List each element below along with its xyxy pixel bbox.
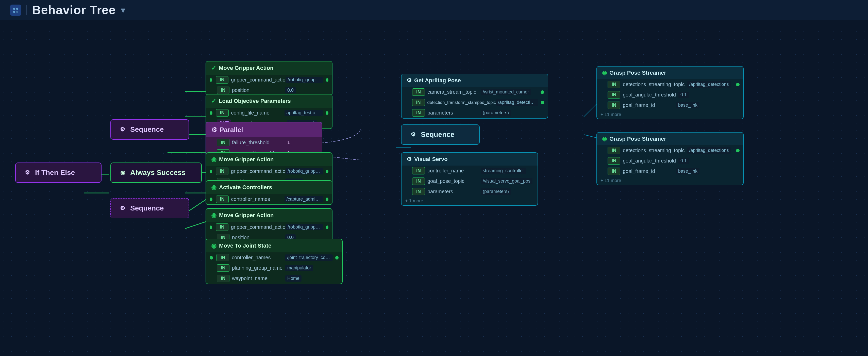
always-success-node[interactable]: ◉ Always Success (111, 162, 202, 183)
svg-rect-1 (16, 8, 18, 10)
svg-rect-2 (13, 11, 15, 13)
move-gripper-1-node[interactable]: ✓ Move Gripper Action IN gripper_command… (206, 61, 333, 96)
dot-right-2 (326, 111, 329, 115)
dot-left-1 (210, 78, 212, 82)
pin-in-10: IN (217, 264, 229, 272)
move-gripper-3-title: Move Gripper Action (219, 212, 274, 219)
behavior-tree-canvas: ⚙ If Then Else ◉ Always Success ⚙ Sequen… (0, 20, 868, 356)
dot-left-6 (210, 256, 213, 260)
apriltag-row-1: IN camera_stream_topic /wrist_mounted_ca… (402, 87, 548, 97)
sequence-sub-label: Sequence (130, 204, 164, 212)
vs-row-3: IN parameters (parameters) (402, 186, 537, 197)
load-obj-row-1: IN config_file_name apriltag_test.config… (206, 108, 332, 118)
move-joint-row-3: IN waypoint_name Home (206, 273, 342, 284)
grasp-pose-1-icon: ◉ (602, 69, 607, 76)
move-gripper-1-row-1: IN gripper_command_action_name /robotiq_… (206, 75, 332, 85)
gp2-row-2: IN goal_angular_threshold 0.1 (597, 156, 743, 166)
get-apriltag-node[interactable]: ⚙ Get Apriltag Pose IN camera_stream_top… (401, 73, 548, 119)
move-gripper-3-node[interactable]: ◉ Move Gripper Action IN gripper_command… (206, 208, 333, 243)
check-icon-4: ◉ (211, 184, 216, 191)
parallel-icon: ⚙ (211, 126, 217, 134)
parallel-row-1: IN failure_threshold 1 (206, 137, 322, 148)
pin-in-g1a: IN (608, 81, 620, 88)
grasp-pose-1-header: ◉ Grasp Pose Streamer (597, 66, 743, 79)
visual-servo-node[interactable]: ⚙ Visual Servo IN controller_name stream… (401, 152, 538, 206)
pin-in-g2a: IN (608, 147, 620, 154)
check-icon-1: ✓ (211, 64, 216, 71)
visual-servo-icon: ⚙ (407, 156, 412, 162)
page-title: Behavior Tree (32, 3, 116, 17)
grasp-pose-2-node[interactable]: ◉ Grasp Pose Streamer IN detections_stre… (596, 132, 744, 185)
vs-row-1: IN controller_name streaming_controller (402, 166, 537, 176)
pin-in-g1c: IN (608, 101, 620, 109)
apriltag-row-2: IN detection_transform_stamped_topic /ap… (402, 97, 548, 108)
pin-in-a3: IN (412, 109, 425, 117)
if-then-else-label: If Then Else (35, 169, 75, 177)
gp2-row-1: IN detections_streaming_topic /apriltag_… (597, 145, 743, 156)
visual-servo-header: ⚙ Visual Servo (402, 153, 537, 166)
dot-right-4 (326, 198, 329, 201)
svg-rect-0 (13, 8, 15, 10)
dot-a1 (540, 90, 544, 94)
logo (10, 5, 21, 16)
sequence-main-label: Sequence (130, 125, 164, 134)
chevron-down-icon[interactable]: ▾ (121, 5, 125, 16)
check-icon-2: ✓ (211, 97, 216, 105)
header: Behavior Tree ▾ (0, 0, 868, 20)
pin-in-1: IN (216, 76, 228, 84)
dot-left-3 (210, 170, 212, 173)
move-gripper-2-title: Move Gripper Action (219, 156, 274, 163)
grasp-pose-1-node[interactable]: ◉ Grasp Pose Streamer IN detections_stre… (596, 66, 744, 119)
get-apriltag-header: ⚙ Get Apriltag Pose (402, 74, 548, 87)
move-joint-row-1: IN controller_names /joint_trajectory_co… (206, 253, 342, 263)
activate-controllers-node[interactable]: ◉ Activate Controllers IN controller_nam… (206, 180, 333, 205)
pin-in-7: IN (216, 224, 228, 231)
move-gripper-1-title: Move Gripper Action (219, 65, 274, 71)
pin-in-4: IN (216, 168, 228, 175)
dot-g1a (736, 83, 740, 86)
apriltag-icon: ⚙ (407, 77, 412, 84)
get-apriltag-title: Get Apriltag Pose (414, 77, 461, 84)
sequence-main-node[interactable]: ⚙ Sequence (111, 119, 189, 140)
gp1-row-3: IN goal_frame_id base_link (597, 100, 743, 111)
pin-in-g2c: IN (608, 168, 620, 175)
check-icon-3: ◉ (211, 156, 216, 163)
dot-right-5 (326, 226, 329, 229)
apriltag-row-3: IN parameters (parameters) (402, 108, 548, 118)
gp2-more: + 11 more (597, 176, 743, 185)
alwayssuccess-icon: ◉ (119, 169, 127, 177)
activate-controllers-title: Activate Controllers (219, 184, 272, 191)
sequence-teal-node[interactable]: ⚙ Sequence (401, 124, 480, 145)
pin-in-p1: IN (217, 139, 229, 146)
ifthenelse-icon: ⚙ (23, 169, 31, 177)
dot-left-2 (210, 111, 212, 115)
dot-right-6 (335, 256, 339, 260)
pin-in-v1: IN (412, 167, 425, 174)
grasp-pose-2-title: Grasp Pose Streamer (609, 136, 666, 142)
move-joint-row-2: IN planning_group_name manipulator (206, 263, 342, 273)
move-gripper-3-row-1: IN gripper_command_action_name /robotiq_… (206, 222, 332, 232)
pin-in-a1: IN (412, 88, 425, 96)
load-objective-title: Load Objective Parameters (219, 98, 291, 105)
sequence-teal-icon: ⚙ (409, 130, 417, 139)
move-gripper-2-row-1: IN gripper_command_action_name /robotiq_… (206, 166, 332, 176)
visual-servo-title: Visual Servo (414, 156, 448, 162)
gp1-more: + 11 more (597, 111, 743, 119)
dot-left-4 (210, 198, 212, 201)
pin-in-3: IN (216, 109, 229, 117)
gp1-row-2: IN goal_angular_threshold 0.1 (597, 90, 743, 100)
move-to-joint-node[interactable]: ◉ Move To Joint State IN controller_name… (206, 239, 343, 284)
activate-ctrl-row-1: IN controller_names /capture_admittance_… (206, 194, 332, 204)
dot-right-1 (326, 78, 329, 82)
gp2-row-3: IN goal_frame_id base_link (597, 166, 743, 176)
header-divider (26, 5, 27, 15)
sequence-sub-node[interactable]: ⚙ Sequence (111, 198, 189, 218)
pin-in-g1b: IN (608, 91, 620, 98)
pin-in-6: IN (216, 196, 229, 203)
if-then-else-node[interactable]: ⚙ If Then Else (15, 162, 101, 183)
move-to-joint-title: Move To Joint State (219, 242, 271, 249)
pin-in-9: IN (216, 254, 229, 261)
pin-in-2: IN (217, 87, 229, 94)
check-icon-5: ◉ (211, 212, 216, 219)
vs-more: + 1 more (402, 197, 537, 205)
